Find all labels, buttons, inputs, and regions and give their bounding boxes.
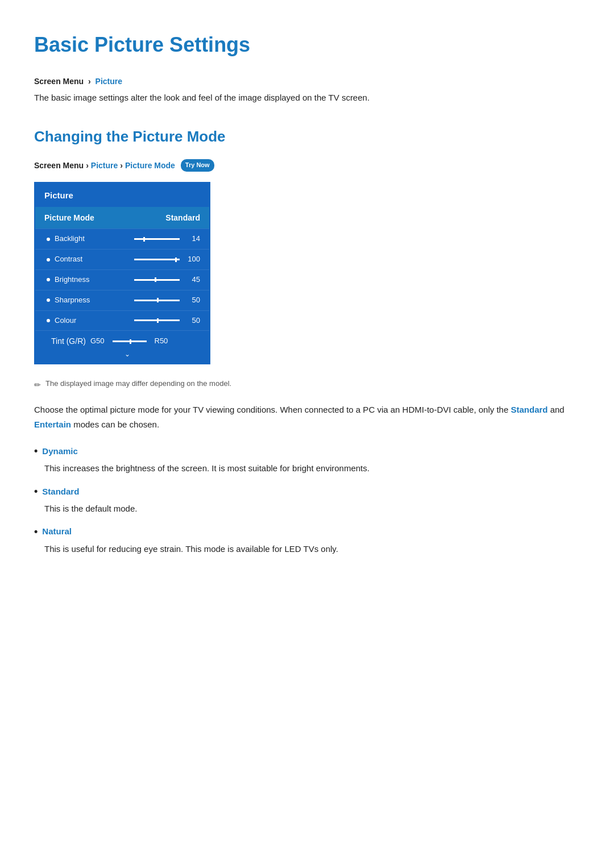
- backlight-item[interactable]: Backlight 14: [35, 229, 209, 249]
- brightness-label: Brightness: [55, 274, 125, 286]
- backlight-label: Backlight: [55, 233, 125, 245]
- separator-icon: ›: [88, 77, 93, 86]
- picture-mode-label: Picture Mode: [44, 211, 94, 224]
- tint-left-value: G50: [90, 335, 105, 347]
- note-text: The displayed image may differ depending…: [45, 378, 231, 390]
- dynamic-mode-name: Dynamic: [34, 443, 580, 459]
- list-item: Natural This is useful for reducing eye …: [34, 524, 580, 556]
- sharpness-slider[interactable]: 50: [130, 294, 200, 306]
- chevron-down-icon: ⌄: [55, 348, 200, 363]
- natural-label: Natural: [42, 525, 72, 538]
- breadcrumb-screen-menu: Screen Menu: [34, 77, 84, 86]
- dynamic-label: Dynamic: [42, 445, 78, 458]
- bullet-icon: [47, 238, 50, 241]
- tint-label: Tint (G/R): [51, 335, 86, 347]
- standard-mode-desc: This is the default mode.: [44, 502, 580, 516]
- description-text: Choose the optimal picture mode for your…: [34, 402, 580, 431]
- colour-value: 50: [183, 315, 200, 327]
- tint-item[interactable]: Tint (G/R) G50 R50 ⌄: [35, 330, 209, 363]
- breadcrumb2-screen-menu: Screen Menu: [34, 159, 84, 172]
- tint-right-value: R50: [155, 335, 168, 347]
- contrast-item[interactable]: Contrast 100: [35, 249, 209, 269]
- sharpness-value: 50: [183, 294, 200, 306]
- standard-link[interactable]: Standard: [511, 405, 547, 414]
- breadcrumb2-picture-mode-link[interactable]: Picture Mode: [125, 159, 175, 172]
- sharpness-slider-bar: [134, 300, 180, 301]
- breadcrumb-2: Screen Menu › Picture › Picture Mode Try…: [34, 159, 580, 172]
- colour-slider-bar: [134, 319, 180, 321]
- brightness-item[interactable]: Brightness 45: [35, 269, 209, 290]
- page-title: Basic Picture Settings: [34, 28, 580, 61]
- breadcrumb-picture-link[interactable]: Picture: [96, 77, 122, 86]
- mode-list: Dynamic This increases the brightness of…: [34, 443, 580, 555]
- tint-slider-bar: [113, 340, 147, 342]
- note-section: ✏ The displayed image may differ dependi…: [34, 378, 580, 391]
- backlight-value: 14: [183, 233, 200, 245]
- bullet-icon: [47, 319, 50, 322]
- breadcrumb-1: Screen Menu › Picture: [34, 75, 580, 88]
- picture-mode-value: Standard: [165, 211, 200, 224]
- breadcrumb2-picture-link[interactable]: Picture: [91, 159, 118, 172]
- colour-label: Colour: [55, 315, 125, 327]
- standard-mode-name: Standard: [34, 483, 580, 500]
- brightness-value: 45: [183, 274, 200, 286]
- colour-item[interactable]: Colour 50: [35, 310, 209, 331]
- bullet-icon: [47, 298, 50, 302]
- list-item: Standard This is the default mode.: [34, 483, 580, 516]
- sharpness-item[interactable]: Sharpness 50: [35, 290, 209, 310]
- brightness-slider[interactable]: 45: [130, 274, 200, 286]
- separator3-icon: ›: [120, 159, 123, 172]
- brightness-slider-bar: [134, 279, 180, 281]
- backlight-slider-bar: [134, 238, 180, 240]
- dynamic-mode-desc: This increases the brightness of the scr…: [44, 462, 580, 475]
- bullet-icon: [47, 278, 50, 281]
- tv-menu-box: Picture Picture Mode Standard Backlight …: [34, 182, 210, 364]
- bullet-icon: [47, 258, 50, 261]
- natural-mode-name: Natural: [34, 524, 580, 540]
- sharpness-label: Sharpness: [55, 294, 125, 306]
- intro-text: The basic image settings alter the look …: [34, 91, 580, 105]
- tv-menu-header: Picture: [35, 183, 209, 207]
- list-item: Dynamic This increases the brightness of…: [34, 443, 580, 475]
- pencil-icon: ✏: [34, 379, 41, 391]
- try-now-badge[interactable]: Try Now: [181, 159, 214, 172]
- contrast-slider-bar: [134, 259, 180, 260]
- standard-label: Standard: [42, 485, 79, 499]
- natural-mode-desc: This is useful for reducing eye strain. …: [44, 542, 580, 556]
- colour-slider[interactable]: 50: [130, 315, 200, 327]
- tv-menu-selected-row[interactable]: Picture Mode Standard: [35, 207, 209, 229]
- separator2-icon: ›: [86, 159, 89, 172]
- contrast-value: 100: [183, 254, 200, 265]
- entertain-link[interactable]: Entertain: [34, 420, 71, 429]
- contrast-label: Contrast: [55, 254, 125, 265]
- contrast-slider[interactable]: 100: [130, 254, 200, 265]
- section-title: Changing the Picture Mode: [34, 125, 580, 149]
- backlight-slider[interactable]: 14: [130, 233, 200, 245]
